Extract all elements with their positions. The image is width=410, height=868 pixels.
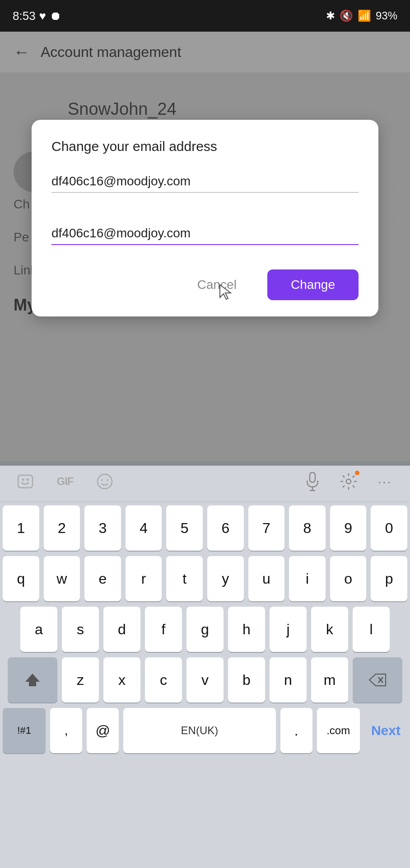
key-k[interactable]: k bbox=[311, 607, 348, 652]
dialog-title: Change your email address bbox=[51, 139, 359, 154]
key-f[interactable]: f bbox=[145, 607, 182, 652]
new-email-input[interactable] bbox=[51, 222, 359, 245]
key-l[interactable]: l bbox=[353, 607, 390, 652]
sticker-icon[interactable] bbox=[14, 470, 37, 493]
key-c[interactable]: c bbox=[145, 657, 182, 703]
key-space[interactable]: EN(UK) bbox=[123, 708, 276, 753]
key-y[interactable]: y bbox=[207, 556, 244, 601]
keyboard-row-bottom: !#1 , @ EN(UK) . .com Next bbox=[3, 708, 407, 753]
svg-point-10 bbox=[346, 479, 351, 484]
key-shift[interactable] bbox=[8, 657, 57, 703]
keyboard-area: GIF bbox=[0, 461, 410, 868]
key-symbols[interactable]: !#1 bbox=[3, 708, 46, 753]
keyboard-rows: 1 2 3 4 5 6 7 8 9 0 q w e r t y u i o p … bbox=[0, 502, 410, 757]
key-3[interactable]: 3 bbox=[84, 505, 121, 551]
change-button[interactable]: Change bbox=[267, 269, 359, 300]
svg-marker-11 bbox=[25, 674, 40, 686]
key-w[interactable]: w bbox=[44, 556, 80, 601]
svg-rect-7 bbox=[310, 472, 315, 482]
key-comma[interactable]: , bbox=[50, 708, 82, 753]
key-i[interactable]: i bbox=[289, 556, 326, 601]
key-z[interactable]: z bbox=[62, 657, 99, 703]
key-backspace[interactable] bbox=[353, 657, 402, 703]
keyboard-toolbar: GIF bbox=[0, 461, 410, 502]
key-8[interactable]: 8 bbox=[289, 505, 326, 551]
key-a[interactable]: a bbox=[20, 607, 57, 652]
notification-dot bbox=[355, 471, 359, 475]
keyboard-row-qwerty: q w e r t y u i o p bbox=[3, 556, 407, 601]
emoji-icon[interactable] bbox=[93, 470, 116, 493]
battery-text: 93% bbox=[376, 9, 397, 22]
toolbar-icons-right: ··· bbox=[301, 470, 396, 493]
next-button[interactable]: Next bbox=[364, 708, 407, 753]
key-2[interactable]: 2 bbox=[44, 505, 80, 551]
status-time: 8:53 bbox=[13, 9, 36, 23]
change-email-dialog: Change your email address Cancel Change bbox=[32, 120, 378, 316]
svg-point-6 bbox=[107, 479, 108, 481]
key-j[interactable]: j bbox=[270, 607, 307, 652]
microphone-icon[interactable] bbox=[301, 470, 324, 493]
key-u[interactable]: u bbox=[248, 556, 285, 601]
key-d[interactable]: d bbox=[103, 607, 140, 652]
key-g[interactable]: g bbox=[186, 607, 224, 652]
key-at[interactable]: @ bbox=[87, 708, 119, 753]
status-icons: ✱ 🔇 📶 93% bbox=[326, 9, 397, 22]
key-n[interactable]: n bbox=[270, 657, 307, 703]
key-t[interactable]: t bbox=[166, 556, 203, 601]
bluetooth-icon: ✱ bbox=[326, 9, 335, 22]
status-time-area: 8:53 ♥ ⏺ bbox=[13, 9, 61, 23]
key-p[interactable]: p bbox=[371, 556, 407, 601]
key-r[interactable]: r bbox=[126, 556, 162, 601]
status-bar: 8:53 ♥ ⏺ ✱ 🔇 📶 93% bbox=[0, 0, 410, 32]
wifi-icon: 📶 bbox=[358, 9, 371, 22]
key-7[interactable]: 7 bbox=[248, 505, 285, 551]
dialog-actions: Cancel Change bbox=[51, 269, 359, 300]
key-0[interactable]: 0 bbox=[371, 505, 407, 551]
camera-icon: ⏺ bbox=[50, 9, 61, 23]
heart-icon: ♥ bbox=[39, 9, 46, 23]
key-6[interactable]: 6 bbox=[207, 505, 244, 551]
svg-rect-1 bbox=[18, 475, 33, 488]
key-4[interactable]: 4 bbox=[126, 505, 162, 551]
key-h[interactable]: h bbox=[228, 607, 265, 652]
toolbar-icons-left: GIF bbox=[14, 470, 116, 493]
keyboard-row-numbers: 1 2 3 4 5 6 7 8 9 0 bbox=[3, 505, 407, 551]
mute-icon: 🔇 bbox=[340, 9, 353, 22]
key-5[interactable]: 5 bbox=[166, 505, 203, 551]
key-period[interactable]: . bbox=[280, 708, 312, 753]
key-b[interactable]: b bbox=[228, 657, 265, 703]
key-1[interactable]: 1 bbox=[3, 505, 39, 551]
current-email-input[interactable] bbox=[51, 170, 359, 193]
keyboard-row-zxcv: z x c v b n m bbox=[3, 657, 407, 703]
key-v[interactable]: v bbox=[186, 657, 224, 703]
svg-point-3 bbox=[27, 478, 29, 481]
key-m[interactable]: m bbox=[311, 657, 348, 703]
settings-icon[interactable] bbox=[337, 470, 360, 493]
key-o[interactable]: o bbox=[330, 556, 367, 601]
more-icon[interactable]: ··· bbox=[373, 470, 396, 493]
cancel-button[interactable]: Cancel bbox=[177, 269, 256, 300]
key-9[interactable]: 9 bbox=[330, 505, 367, 551]
svg-point-2 bbox=[22, 478, 24, 481]
key-e[interactable]: e bbox=[84, 556, 121, 601]
key-q[interactable]: q bbox=[3, 556, 39, 601]
keyboard-row-asdf: a s d f g h j k l bbox=[3, 607, 407, 652]
svg-point-4 bbox=[98, 474, 112, 489]
key-x[interactable]: x bbox=[103, 657, 140, 703]
svg-point-5 bbox=[101, 479, 103, 481]
key-com[interactable]: .com bbox=[317, 708, 360, 753]
gif-icon[interactable]: GIF bbox=[53, 470, 77, 493]
key-s[interactable]: s bbox=[62, 607, 99, 652]
